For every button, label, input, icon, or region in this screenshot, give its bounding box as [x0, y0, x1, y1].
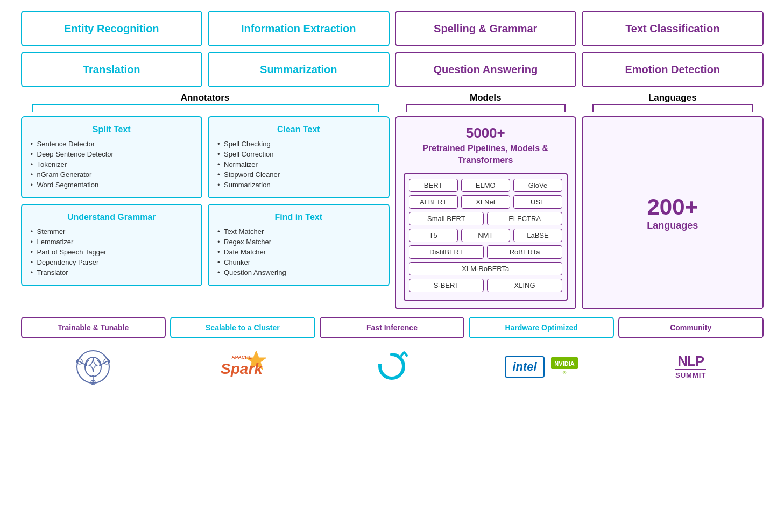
model-row-3: Small BERT ELECTRA [409, 212, 563, 225]
spark-logo-cell: APACHE Spark [170, 344, 315, 389]
svg-text:NVIDIA: NVIDIA [554, 360, 574, 367]
list-item: Lemmatizer [30, 237, 194, 247]
models-grid: BERT ELMO GloVe ALBERT XLNet USE Small B… [404, 173, 568, 301]
annotators-area: Split Text Sentence Detector Deep Senten… [21, 116, 390, 286]
model-elmo: ELMO [461, 179, 510, 192]
list-item: Dependency Parser [30, 257, 194, 267]
model-glove: GloVe [513, 179, 562, 192]
list-item: Deep Sentence Detector [30, 149, 194, 159]
model-row-6: XLM-RoBERTa [409, 262, 563, 275]
understand-grammar-title: Understand Grammar [30, 212, 194, 222]
model-distilbert: DistilBERT [409, 245, 484, 259]
list-item: Summarization [216, 180, 381, 190]
model-t5: T5 [409, 229, 458, 242]
clean-text-card: Clean Text Spell Checking Spell Correcti… [208, 116, 390, 198]
models-headline: 5000+ [466, 125, 505, 141]
spark-icon: APACHE Spark [216, 348, 270, 383]
list-item: Translator [30, 267, 194, 278]
list-item: Date Matcher [216, 247, 381, 257]
model-small-bert: Small BERT [409, 212, 484, 225]
section-labels: Annotators Models Languages [21, 93, 764, 103]
cap-spelling-grammar[interactable]: Spelling & Grammar [395, 11, 577, 46]
svg-text:®: ® [562, 370, 566, 375]
main-container: Entity Recognition Information Extractio… [21, 11, 764, 390]
list-item: Text Matcher [216, 226, 381, 237]
intel-logo: intel [505, 356, 544, 378]
list-item: Part of Speech Tagger [30, 247, 194, 257]
clean-text-list: Spell Checking Spell Correction Normaliz… [216, 139, 381, 190]
model-roberta: RoBERTa [487, 245, 562, 259]
feature-scalable: Scalable to a Cluster [170, 317, 315, 338]
models-subtitle: Pretrained Pipelines, Models & Transform… [404, 143, 568, 167]
models-bracket [406, 104, 566, 112]
list-item: Word Segmentation [30, 180, 194, 190]
find-in-text-title: Find in Text [216, 212, 381, 222]
model-xling: XLING [487, 279, 562, 292]
model-labse: LaBSE [513, 229, 562, 242]
brain-logo-cell [21, 344, 166, 390]
cap-emotion-detection[interactable]: Emotion Detection [582, 52, 764, 87]
model-nmt: NMT [461, 229, 510, 242]
arrow-logo-cell [320, 345, 465, 388]
feature-hardware-optimized: Hardware Optimized [469, 317, 614, 338]
svg-text:APACHE: APACHE [231, 354, 251, 360]
models-label: Models [395, 93, 577, 103]
nlp-summit-logo: NLP SUMMIT [675, 354, 706, 379]
features-row: Trainable & Tunable Scalable to a Cluste… [21, 317, 764, 338]
annotators-bracket [32, 104, 379, 112]
intel-nvidia-cell: intel NVIDIA ® [469, 352, 614, 382]
capabilities-grid: Entity Recognition Information Extractio… [21, 11, 764, 87]
list-item: Stemmer [30, 226, 194, 237]
list-item: Chunker [216, 257, 381, 267]
cap-text-classification[interactable]: Text Classification [582, 11, 764, 46]
languages-number: 200+ [647, 194, 698, 220]
list-item: Sentence Detector [30, 139, 194, 149]
cap-information-extraction[interactable]: Information Extraction [208, 11, 390, 46]
cap-entity-recognition[interactable]: Entity Recognition [21, 11, 203, 46]
bracket-lines [21, 104, 764, 112]
list-item: nGram Generator [30, 169, 194, 180]
model-electra: ELECTRA [487, 212, 562, 225]
arrow-icon [375, 349, 409, 384]
feature-fast-inference: Fast Inference [320, 317, 465, 338]
list-item: Regex Matcher [216, 237, 381, 247]
cap-question-answering[interactable]: Question Answering [395, 52, 577, 87]
find-in-text-card: Find in Text Text Matcher Regex Matcher … [208, 204, 390, 286]
list-item: Spell Checking [216, 139, 381, 149]
model-row-5: DistilBERT RoBERTa [409, 245, 563, 259]
languages-bracket [592, 104, 753, 112]
languages-area: 200+ Languages [582, 116, 764, 309]
languages-label-text: Languages [647, 220, 698, 231]
model-bert: BERT [409, 179, 458, 192]
svg-text:Spark: Spark [221, 360, 263, 377]
nvidia-icon: NVIDIA ® [551, 357, 578, 376]
model-row-2: ALBERT XLNet USE [409, 195, 563, 209]
cap-summarization[interactable]: Summarization [208, 52, 390, 87]
list-item: Stopword Cleaner [216, 169, 381, 180]
list-item: Spell Correction [216, 149, 381, 159]
logos-row: APACHE Spark intel [21, 344, 764, 390]
model-xlnet: XLNet [461, 195, 510, 209]
svg-point-11 [92, 381, 94, 384]
cap-translation[interactable]: Translation [21, 52, 203, 87]
clean-text-title: Clean Text [216, 125, 381, 134]
feature-community: Community [618, 317, 764, 338]
languages-content: 200+ Languages [647, 194, 698, 231]
understand-grammar-list: Stemmer Lemmatizer Part of Speech Tagger… [30, 226, 194, 278]
list-item: Normalizer [216, 159, 381, 169]
understand-grammar-card: Understand Grammar Stemmer Lemmatizer Pa… [21, 204, 203, 286]
list-item: Question Answering [216, 267, 381, 278]
model-use: USE [513, 195, 562, 209]
main-content: Split Text Sentence Detector Deep Senten… [21, 116, 764, 309]
split-text-card: Split Text Sentence Detector Deep Senten… [21, 116, 203, 198]
model-xlm-roberta: XLM-RoBERTa [409, 262, 563, 275]
split-text-list: Sentence Detector Deep Sentence Detector… [30, 139, 194, 190]
find-in-text-list: Text Matcher Regex Matcher Date Matcher … [216, 226, 381, 278]
feature-trainable: Trainable & Tunable [21, 317, 166, 338]
models-area: 5000+ Pretrained Pipelines, Models & Tra… [395, 116, 577, 309]
model-sbert: S-BERT [409, 279, 484, 292]
languages-label: Languages [582, 93, 764, 103]
model-albert: ALBERT [409, 195, 458, 209]
annotators-label: Annotators [21, 93, 390, 103]
spark-logo: APACHE Spark [216, 348, 270, 385]
